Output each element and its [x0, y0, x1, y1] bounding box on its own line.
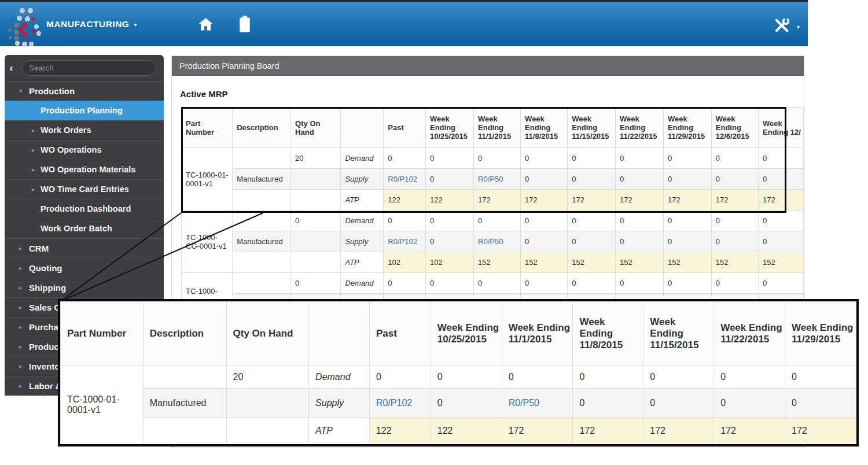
atp-value: 172: [474, 190, 521, 211]
atp-value: 172: [521, 190, 568, 211]
logo-dot: [8, 28, 12, 32]
atp-value: 122: [384, 190, 426, 211]
atp-value: 172: [573, 418, 643, 445]
search-input[interactable]: [22, 60, 156, 76]
supply-value: 0: [711, 169, 758, 190]
column-header: Part Number: [61, 302, 144, 366]
supply-link[interactable]: R0/P102: [388, 237, 417, 246]
row-label: ATP: [341, 190, 384, 211]
sidebar-item-label: WO Operations: [41, 145, 102, 154]
atp-value: 172: [711, 190, 758, 211]
supply-value: R0/P50: [502, 389, 573, 418]
column-header: Qty On Hand: [291, 108, 341, 148]
supply-value: 0: [785, 389, 856, 418]
sidebar-item-wo-time-card-entries[interactable]: ▸WO Time Card Entries: [5, 179, 164, 199]
supply-value: 0: [521, 231, 568, 252]
tools-menu-button[interactable]: ▾: [772, 16, 792, 35]
sidebar-item-crm[interactable]: ▸CRM: [5, 238, 164, 258]
logo-dot: [22, 42, 27, 47]
supply-link[interactable]: R0/P102: [388, 175, 417, 183]
sidebar-item-label: Work Orders: [41, 126, 91, 135]
description-cell: [143, 366, 226, 389]
description-cell: [233, 211, 291, 231]
caret-right-icon: ▸: [19, 278, 23, 297]
sidebar-item-label: Work Order Batch: [41, 224, 112, 233]
column-header: Week Ending 11/1/2015: [502, 302, 573, 366]
qty-on-hand-cell: [291, 169, 341, 190]
column-header: Week Ending 11/22/2015: [714, 302, 785, 366]
qty-on-hand-cell: 0: [291, 273, 341, 294]
column-header: Week Ending 11/22/2015: [616, 108, 664, 148]
top-navigation-bar: MANUFACTURING▾ ▾: [0, 0, 808, 46]
sidebar-item-work-orders[interactable]: ▸Work Orders: [5, 120, 164, 140]
sidebar-item-work-order-batch[interactable]: Work Order Batch: [5, 219, 164, 238]
logo-dot: [36, 31, 41, 36]
supply-value: 0: [616, 231, 664, 252]
atp-value: 152: [474, 252, 521, 273]
logo-dot: [31, 29, 35, 34]
supply-link: R0/P50: [509, 398, 539, 408]
logo-dot: [14, 23, 19, 28]
sidebar-item-label: Labor &: [29, 381, 62, 391]
caret-right-icon: ▸: [32, 180, 35, 199]
column-header: Week Ending 11/15/2015: [568, 108, 616, 148]
supply-value: 0: [568, 231, 616, 252]
row-label: ATP: [341, 252, 384, 273]
supply-link[interactable]: R0/P50: [478, 237, 503, 246]
atp-value: 172: [663, 190, 711, 211]
clipboard-button[interactable]: [236, 14, 253, 34]
atp-value: 172: [643, 418, 714, 445]
demand-value: 0: [474, 211, 521, 231]
qty-on-hand-cell: [291, 231, 341, 252]
column-header: Week Ending 11/8/2015: [573, 302, 643, 366]
demand-value: 0: [711, 273, 758, 294]
supply-link[interactable]: R0/P50: [478, 175, 503, 183]
sidebar-item-production-planning[interactable]: Production Planning: [5, 101, 164, 120]
column-header: Qty On Hand: [226, 302, 309, 366]
column-header: Week Ending 10/25/2015: [425, 108, 473, 148]
sidebar-item-label: Quoting: [29, 263, 62, 273]
qty-on-hand-cell: [291, 190, 341, 211]
supply-value: R0/P102: [384, 231, 426, 252]
caret-right-icon: ▸: [19, 377, 23, 396]
sidebar-item-label: Invento: [29, 361, 60, 371]
caret-right-icon: ▸: [19, 259, 23, 278]
home-button[interactable]: [197, 16, 215, 34]
description-cell: [143, 418, 226, 445]
logo-dot: [34, 24, 39, 29]
description-cell: [233, 190, 291, 211]
demand-value: 0: [663, 211, 711, 231]
sidebar-item-wo-operation-materials[interactable]: ▸WO Operation Materials: [5, 160, 164, 179]
supply-link: R0/P102: [376, 398, 412, 408]
logo-dot: [22, 32, 28, 38]
description-cell: [233, 148, 291, 169]
description-cell: Manufactured: [143, 389, 226, 418]
column-header: [309, 302, 370, 366]
sidebar-item-wo-operations[interactable]: ▸WO Operations: [5, 140, 164, 160]
atp-value: 172: [714, 418, 785, 445]
column-header: Week Ending 11/15/2015: [643, 302, 714, 366]
atp-value: 122: [425, 190, 473, 211]
demand-value: 0: [568, 273, 616, 294]
clipboard-icon: [236, 14, 253, 34]
supply-value: 0: [431, 389, 502, 418]
logo-dot: [29, 42, 34, 46]
logo-dot: [28, 8, 33, 13]
description-cell: [233, 273, 291, 294]
part-number-cell: TC-1000-CG-0001-v1: [182, 211, 233, 273]
logo-dot: [14, 36, 19, 41]
app-menu-button[interactable]: MANUFACTURING▾: [46, 2, 137, 46]
row-label: Supply: [309, 389, 370, 418]
atp-value: 152: [616, 252, 664, 273]
sidebar-item-shipping[interactable]: ▸Shipping: [5, 278, 164, 297]
atp-value: 122: [369, 418, 431, 445]
sidebar-item-production-dashboard[interactable]: Production Dashboard: [5, 199, 164, 219]
sidebar-item-label: Production Planning: [41, 106, 123, 115]
part-number-cell: TC-1000-01-0001-v1: [182, 148, 233, 211]
demand-value: 0: [369, 366, 431, 389]
sidebar-item-quoting[interactable]: ▸Quoting: [5, 258, 164, 278]
demand-value: 0: [474, 148, 521, 169]
sidebar-collapse-chevron[interactable]: ‹: [9, 60, 13, 75]
sidebar-item-production[interactable]: ▾Production: [5, 81, 164, 101]
demand-value: 0: [384, 148, 426, 169]
